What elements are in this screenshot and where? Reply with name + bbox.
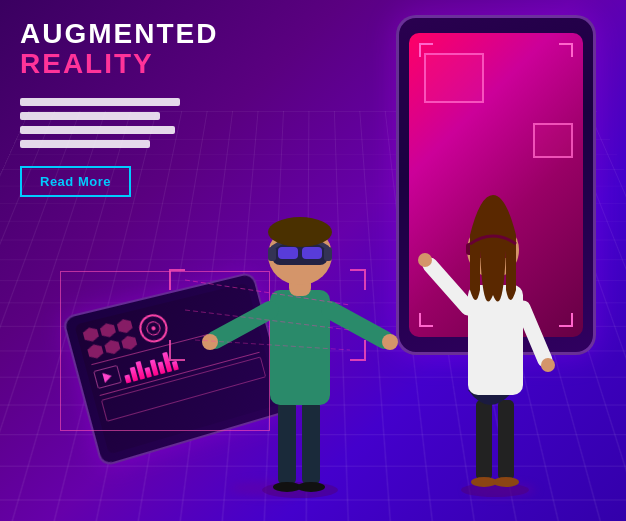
shadow-man <box>230 481 310 496</box>
text-line-3 <box>20 126 175 134</box>
hex-3 <box>116 318 133 335</box>
hex-5 <box>104 338 122 355</box>
bar-4 <box>144 367 151 378</box>
ar-corner-bottom-right <box>559 313 573 327</box>
hex-1 <box>82 326 100 343</box>
left-panel: AUGMENTED REALITY Read More <box>20 20 240 197</box>
large-phone <box>396 15 596 355</box>
ar-frame-2 <box>533 123 573 158</box>
main-container: AUGMENTED REALITY Read More <box>0 0 626 521</box>
text-line-2 <box>20 112 160 120</box>
holo-target <box>136 311 170 345</box>
text-line-4 <box>20 140 150 148</box>
ar-frame-1 <box>424 53 484 103</box>
bar-8 <box>172 361 179 371</box>
text-line-1 <box>20 98 180 106</box>
shadow-woman <box>466 484 536 496</box>
holo-play-icon <box>93 365 122 389</box>
text-lines <box>20 98 240 148</box>
hex-6 <box>121 334 138 351</box>
ar-corner-bottom-left <box>419 313 433 327</box>
hex-2 <box>99 322 117 339</box>
large-phone-screen <box>409 33 583 337</box>
title-reality: REALITY <box>20 48 240 80</box>
title-augmented: AUGMENTED <box>20 20 240 48</box>
read-more-button[interactable]: Read More <box>20 166 131 197</box>
bar-1 <box>124 374 131 383</box>
ar-corner-top-right <box>559 43 573 57</box>
hex-4 <box>86 343 104 360</box>
